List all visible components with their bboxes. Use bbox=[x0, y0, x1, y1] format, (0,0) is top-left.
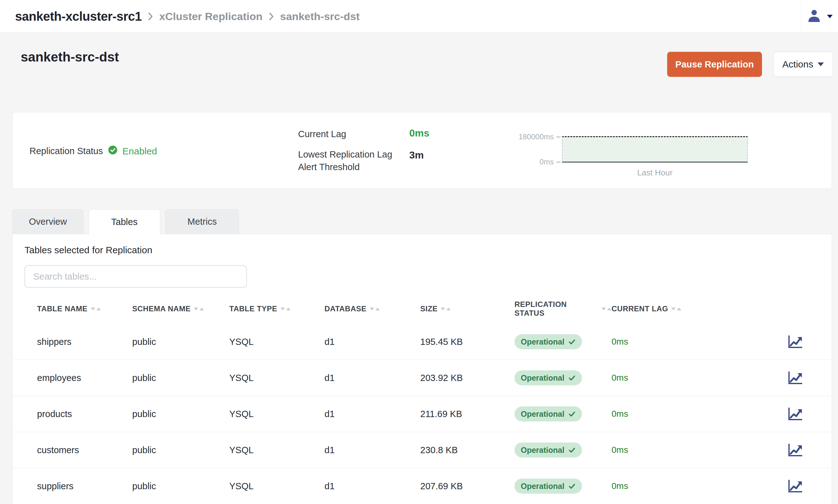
status-badge: Operational bbox=[514, 370, 582, 385]
cell-table-name: products bbox=[37, 409, 132, 419]
view-lag-chart-button[interactable] bbox=[788, 407, 803, 421]
tab-bar: Overview Tables Metrics bbox=[12, 209, 239, 234]
check-icon bbox=[568, 446, 576, 454]
breadcrumb-item-cluster[interactable]: sanketh-xcluster-src1 bbox=[15, 10, 142, 23]
cell-table-type: YSQL bbox=[229, 409, 325, 419]
column-header-table-name[interactable]: TABLE NAME bbox=[37, 304, 132, 313]
view-lag-chart-button[interactable] bbox=[788, 443, 803, 457]
check-icon bbox=[568, 482, 576, 490]
column-header-current-lag[interactable]: CURRENT LAG bbox=[612, 304, 715, 313]
sort-icon bbox=[370, 308, 380, 310]
view-lag-chart-button[interactable] bbox=[788, 335, 803, 349]
breadcrumb-item-xcluster-replication[interactable]: xCluster Replication bbox=[159, 10, 263, 23]
cell-schema-name: public bbox=[132, 409, 229, 419]
cell-size: 207.69 KB bbox=[420, 481, 514, 491]
tab-metrics[interactable]: Metrics bbox=[165, 209, 239, 234]
cell-schema-name: public bbox=[132, 373, 229, 383]
status-badge: Operational bbox=[514, 479, 582, 494]
cell-table-type: YSQL bbox=[229, 337, 325, 347]
cell-table-name: employees bbox=[37, 373, 132, 383]
column-header-database[interactable]: DATABASE bbox=[325, 304, 420, 313]
sort-icon bbox=[280, 308, 291, 310]
table-row: products public YSQL d1 211.69 KB Operat… bbox=[13, 396, 832, 432]
search-tables-input[interactable] bbox=[24, 265, 247, 288]
cell-current-lag: 0ms bbox=[612, 373, 715, 383]
lag-sparkline-chart: 180000ms 0ms Last Hour bbox=[562, 136, 748, 163]
user-menu[interactable] bbox=[801, 0, 838, 33]
chevron-down-icon bbox=[818, 62, 824, 66]
tables-panel-heading: Tables selected for Replication bbox=[24, 245, 152, 255]
chevron-right-icon bbox=[148, 12, 153, 21]
cell-current-lag: 0ms bbox=[612, 337, 715, 347]
chevron-down-icon bbox=[827, 15, 833, 18]
cell-schema-name: public bbox=[132, 481, 229, 491]
tables-panel: Tables selected for Replication TABLE NA… bbox=[12, 234, 832, 504]
check-icon bbox=[568, 338, 576, 345]
cell-table-type: YSQL bbox=[229, 373, 325, 383]
line-chart-icon bbox=[788, 443, 803, 457]
check-circle-icon bbox=[108, 145, 118, 157]
lag-alert-threshold-value: 3m bbox=[409, 149, 424, 161]
sort-icon bbox=[601, 308, 612, 310]
cell-schema-name: public bbox=[132, 445, 229, 455]
sort-icon bbox=[194, 308, 204, 310]
cell-size: 203.92 KB bbox=[420, 373, 514, 383]
cell-database: d1 bbox=[325, 481, 420, 491]
sparkline-ymax-label: 180000ms bbox=[519, 132, 561, 141]
check-icon bbox=[568, 410, 576, 418]
column-header-schema-name[interactable]: SCHEMA NAME bbox=[132, 304, 229, 313]
user-icon bbox=[807, 9, 821, 24]
tab-overview[interactable]: Overview bbox=[12, 209, 84, 234]
sparkline-ymin-label: 0ms bbox=[540, 158, 561, 166]
table-row: suppliers public YSQL d1 207.69 KB Opera… bbox=[13, 468, 832, 504]
view-lag-chart-button[interactable] bbox=[788, 479, 803, 493]
cell-table-name: shippers bbox=[37, 337, 132, 347]
cell-current-lag: 0ms bbox=[612, 409, 715, 419]
replication-status: Replication Status Enabled bbox=[30, 145, 157, 157]
tab-tables[interactable]: Tables bbox=[89, 209, 160, 234]
column-header-table-type[interactable]: TABLE TYPE bbox=[229, 304, 325, 313]
status-badge: Operational bbox=[514, 334, 582, 349]
table-body: shippers public YSQL d1 195.45 KB Operat… bbox=[13, 324, 832, 504]
line-chart-icon bbox=[788, 371, 803, 385]
replication-status-label: Replication Status bbox=[30, 146, 103, 156]
cell-size: 211.69 KB bbox=[420, 409, 514, 419]
table-row: shippers public YSQL d1 195.45 KB Operat… bbox=[13, 324, 832, 360]
cell-schema-name: public bbox=[132, 337, 229, 347]
check-icon bbox=[568, 374, 576, 382]
cell-table-name: suppliers bbox=[37, 481, 132, 491]
cell-table-name: customers bbox=[37, 445, 132, 455]
sparkline-x-label: Last Hour bbox=[562, 168, 747, 178]
cell-database: d1 bbox=[325, 337, 420, 347]
chevron-right-icon bbox=[269, 12, 274, 21]
top-navbar: sanketh-xcluster-src1 xCluster Replicati… bbox=[0, 0, 838, 33]
lag-alert-threshold-label: Lowest Replication Lag Alert Threshold bbox=[298, 148, 392, 173]
cell-database: d1 bbox=[325, 445, 420, 455]
line-chart-icon bbox=[788, 479, 803, 493]
sort-icon bbox=[441, 308, 451, 310]
cell-database: d1 bbox=[325, 373, 420, 383]
table-row: customers public YSQL d1 230.8 KB Operat… bbox=[13, 432, 832, 468]
axis-tick bbox=[556, 137, 561, 138]
current-lag-value: 0ms bbox=[409, 127, 430, 139]
replication-status-card: Replication Status Enabled Current Lag 0… bbox=[12, 112, 832, 189]
actions-button[interactable]: Actions bbox=[773, 52, 833, 77]
page-title: sanketh-src-dst bbox=[21, 50, 119, 65]
breadcrumb-item-replication-name[interactable]: sanketh-src-dst bbox=[280, 10, 360, 23]
current-lag-label: Current Lag bbox=[298, 129, 346, 139]
line-chart-icon bbox=[788, 335, 803, 349]
actions-button-label: Actions bbox=[782, 59, 813, 70]
pause-replication-button[interactable]: Pause Replication bbox=[667, 52, 762, 77]
cell-current-lag: 0ms bbox=[612, 481, 715, 491]
cell-database: d1 bbox=[325, 409, 420, 419]
sort-icon bbox=[91, 308, 101, 310]
replication-status-value: Enabled bbox=[122, 146, 157, 157]
cell-size: 195.45 KB bbox=[420, 337, 514, 347]
cell-table-type: YSQL bbox=[229, 445, 325, 455]
view-lag-chart-button[interactable] bbox=[788, 371, 803, 385]
status-badge: Operational bbox=[514, 443, 582, 457]
cell-size: 230.8 KB bbox=[420, 445, 514, 455]
line-chart-icon bbox=[788, 407, 803, 421]
column-header-replication-status[interactable]: REPLICATION STATUS bbox=[514, 300, 612, 318]
column-header-size[interactable]: SIZE bbox=[420, 304, 514, 313]
